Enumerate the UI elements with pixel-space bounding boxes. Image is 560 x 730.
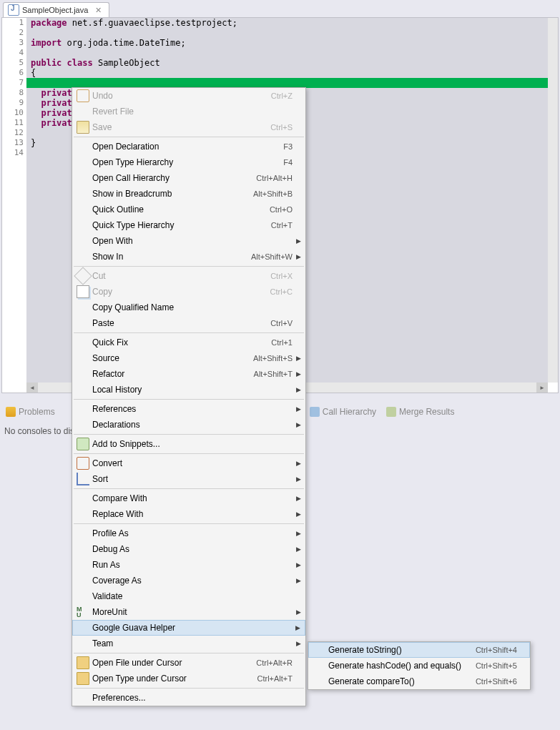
submenu-arrow-icon: ▶ bbox=[296, 355, 301, 362]
menu-item-label: Preferences... bbox=[92, 693, 293, 703]
menu-item-team[interactable]: Team▶ bbox=[72, 636, 305, 651]
menu-item-generate-tostring[interactable]: Generate toString()Ctrl+Shift+4 bbox=[308, 642, 530, 658]
menu-item-show-in[interactable]: Show InAlt+Shift+W▶ bbox=[72, 249, 305, 265]
menu-item-refactor[interactable]: RefactorAlt+Shift+T▶ bbox=[72, 366, 305, 382]
line-number: 3 bbox=[2, 38, 26, 48]
menu-item-open-declaration[interactable]: Open DeclarationF3 bbox=[72, 139, 305, 154]
menu-item-source[interactable]: SourceAlt+Shift+S▶ bbox=[72, 350, 305, 366]
submenu-arrow-icon: ▶ bbox=[296, 608, 301, 616]
menu-item-revert-file: Revert File bbox=[72, 104, 305, 119]
app-root: { "tab": { "filename": "SampleObject.jav… bbox=[0, 0, 560, 730]
submenu-arrow-icon: ▶ bbox=[296, 640, 301, 647]
menu-separator bbox=[74, 523, 304, 524]
context-menu[interactable]: UndoCtrl+ZRevert FileSaveCtrl+SOpen Decl… bbox=[72, 87, 306, 706]
merge-results-tab[interactable]: Merge Results bbox=[386, 407, 454, 417]
menu-accelerator: Alt+Shift+S bbox=[253, 354, 293, 362]
menu-item-compare-with[interactable]: Compare With▶ bbox=[72, 490, 305, 506]
menu-item-label: Copy Qualified Name bbox=[92, 302, 293, 312]
menu-item-replace-with[interactable]: Replace With▶ bbox=[72, 506, 305, 522]
menu-item-quick-fix[interactable]: Quick FixCtrl+1 bbox=[72, 335, 305, 350]
menu-item-convert[interactable]: Convert▶ bbox=[72, 455, 305, 471]
menu-item-open-type-under-cursor[interactable]: Open Type under CursorCtrl+Alt+T bbox=[72, 671, 305, 686]
scroll-right-icon[interactable]: ► bbox=[536, 383, 548, 393]
menu-item-label: Sort bbox=[92, 474, 293, 484]
menu-item-validate[interactable]: Validate bbox=[72, 588, 305, 604]
menu-item-label: Run As bbox=[92, 560, 293, 570]
line-number: 9 bbox=[2, 98, 26, 108]
menu-item-open-type-hierarchy[interactable]: Open Type HierarchyF4 bbox=[72, 154, 305, 170]
code-line[interactable] bbox=[26, 78, 548, 88]
menu-accelerator: Alt+Shift+W bbox=[251, 252, 293, 261]
menu-item-label: Paste bbox=[92, 318, 270, 328]
menu-item-generate-hashcode-and-equals[interactable]: Generate hashCode() and equals()Ctrl+Shi… bbox=[308, 658, 530, 674]
line-number: 6 bbox=[2, 68, 26, 78]
menu-item-quick-type-hierarchy[interactable]: Quick Type HierarchyCtrl+T bbox=[72, 217, 305, 233]
problems-tab[interactable]: Problems bbox=[6, 407, 55, 417]
menu-item-coverage-as[interactable]: Coverage As▶ bbox=[72, 573, 305, 588]
menu-item-open-call-hierarchy[interactable]: Open Call HierarchyCtrl+Alt+H bbox=[72, 170, 305, 186]
menu-item-declarations[interactable]: Declarations▶ bbox=[72, 417, 305, 433]
mu-icon: M U bbox=[77, 606, 88, 618]
menu-item-label: Profile As bbox=[92, 528, 293, 538]
submenu-arrow-icon: ▶ bbox=[295, 624, 300, 631]
menu-accelerator: Ctrl+Alt+R bbox=[256, 659, 293, 667]
menu-item-label: MoreUnit bbox=[92, 607, 293, 617]
menu-separator bbox=[74, 332, 304, 333]
menu-accelerator: Ctrl+Alt+T bbox=[257, 674, 293, 683]
menu-item-add-to-snippets[interactable]: Add to Snippets... bbox=[72, 436, 305, 452]
menu-item-label: Coverage As bbox=[92, 576, 293, 586]
menu-item-profile-as[interactable]: Profile As▶ bbox=[72, 526, 305, 541]
menu-item-debug-as[interactable]: Debug As▶ bbox=[72, 541, 305, 557]
line-number: 2 bbox=[2, 28, 26, 38]
menu-item-show-in-breadcrumb[interactable]: Show in BreadcrumbAlt+Shift+B bbox=[72, 186, 305, 202]
menu-item-copy-qualified-name[interactable]: Copy Qualified Name bbox=[72, 300, 305, 315]
menu-item-label: Compare With bbox=[92, 493, 293, 503]
submenu-arrow-icon: ▶ bbox=[296, 460, 301, 467]
copy-icon bbox=[77, 285, 89, 298]
line-number: 5 bbox=[2, 58, 26, 68]
menu-item-generate-compareto[interactable]: Generate compareTo()Ctrl+Shift+6 bbox=[308, 674, 530, 689]
menu-item-quick-outline[interactable]: Quick OutlineCtrl+O bbox=[72, 202, 305, 217]
snip-icon bbox=[77, 438, 89, 450]
menu-item-local-history[interactable]: Local History▶ bbox=[72, 382, 305, 398]
submenu-guava[interactable]: Generate toString()Ctrl+Shift+4Generate … bbox=[308, 641, 531, 690]
scroll-left-icon[interactable]: ◄ bbox=[26, 383, 38, 393]
line-number: 1 bbox=[2, 18, 26, 28]
menu-item-label: Local History bbox=[92, 385, 293, 395]
code-line[interactable] bbox=[26, 48, 548, 58]
menu-item-paste[interactable]: PasteCtrl+V bbox=[72, 315, 305, 331]
menu-item-cut: CutCtrl+X bbox=[72, 268, 305, 284]
menu-item-undo: UndoCtrl+Z bbox=[72, 88, 305, 104]
menu-accelerator: F3 bbox=[283, 142, 293, 151]
java-file-icon bbox=[8, 4, 19, 16]
vertical-scrollbar[interactable] bbox=[548, 18, 558, 383]
call-hierarchy-tab[interactable]: Call Hierarchy bbox=[310, 407, 376, 417]
menu-item-label: Open Declaration bbox=[92, 142, 283, 152]
menu-item-label: Open Call Hierarchy bbox=[92, 173, 256, 183]
menu-accelerator: Ctrl+Shift+6 bbox=[476, 677, 517, 686]
menu-item-open-with[interactable]: Open With▶ bbox=[72, 233, 305, 249]
code-line[interactable]: package net.sf.guavaeclipse.testproject; bbox=[26, 18, 548, 28]
menu-item-run-as[interactable]: Run As▶ bbox=[72, 557, 305, 573]
menu-accelerator: Ctrl+S bbox=[270, 123, 293, 132]
menu-item-moreunit[interactable]: M UMoreUnit▶ bbox=[72, 604, 305, 620]
menu-item-sort[interactable]: Sort▶ bbox=[72, 471, 305, 487]
editor-tab[interactable]: SampleObject.java ✕ bbox=[3, 2, 109, 17]
line-number: 10 bbox=[2, 108, 26, 118]
call-hierarchy-label: Call Hierarchy bbox=[323, 407, 376, 417]
save-icon bbox=[77, 121, 89, 134]
menu-accelerator: Alt+Shift+T bbox=[254, 370, 293, 378]
code-line[interactable]: import org.joda.time.DateTime; bbox=[26, 38, 548, 48]
menu-item-preferences[interactable]: Preferences... bbox=[72, 690, 305, 706]
code-line[interactable] bbox=[26, 28, 548, 38]
menu-accelerator: Ctrl+Shift+4 bbox=[476, 646, 517, 654]
menu-item-open-file-under-cursor[interactable]: Open File under CursorCtrl+Alt+R bbox=[72, 655, 305, 671]
menu-item-references[interactable]: References▶ bbox=[72, 401, 305, 417]
close-icon[interactable]: ✕ bbox=[95, 6, 102, 15]
code-line[interactable]: { bbox=[26, 68, 548, 78]
code-line[interactable]: public class SampleObject bbox=[26, 58, 548, 68]
menu-item-label: Revert File bbox=[92, 107, 293, 117]
menu-item-google-guava-helper[interactable]: Google Guava Helper▶ bbox=[72, 620, 305, 636]
menu-accelerator: Ctrl+T bbox=[271, 221, 293, 230]
submenu-arrow-icon: ▶ bbox=[296, 237, 301, 245]
